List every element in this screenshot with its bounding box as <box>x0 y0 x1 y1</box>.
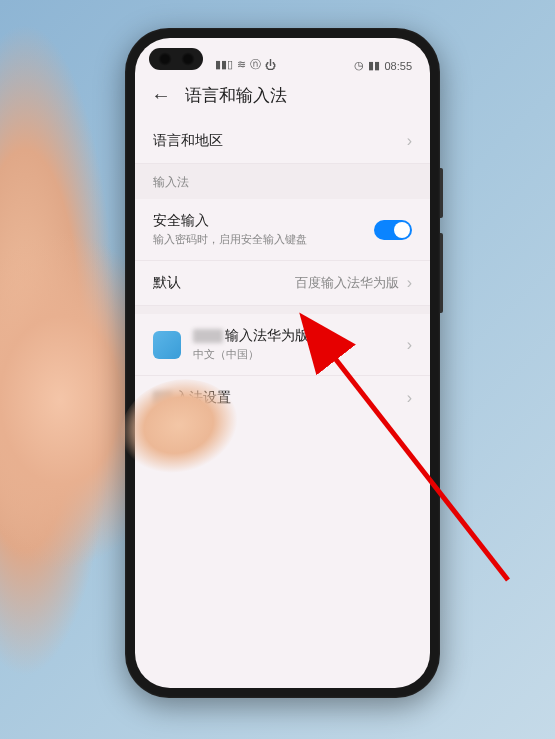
phone-frame: ▮▮▯ ≋ ⓝ ⏻ ◷ ▮▮ 08:55 ← 语言和输入法 语言和地区 › 输入… <box>125 28 440 698</box>
blurred-text <box>193 329 223 343</box>
row-secure-input[interactable]: 安全输入 输入密码时，启用安全输入键盘 <box>135 199 430 261</box>
section-input-method: 输入法 <box>135 164 430 199</box>
more-settings-label: 入法设置 <box>153 389 231 407</box>
blurred-text <box>153 391 173 405</box>
back-icon[interactable]: ← <box>151 84 171 107</box>
ime-app-icon <box>153 331 181 359</box>
phone-power-button <box>440 168 443 218</box>
ime-title: 输入法华为版 <box>193 327 395 345</box>
phone-screen: ▮▮▯ ≋ ⓝ ⏻ ◷ ▮▮ 08:55 ← 语言和输入法 语言和地区 › 输入… <box>135 38 430 688</box>
secure-input-toggle[interactable] <box>374 220 412 240</box>
page-title: 语言和输入法 <box>185 84 287 107</box>
chevron-right-icon: › <box>407 132 412 150</box>
row-language-region[interactable]: 语言和地区 › <box>135 119 430 164</box>
chevron-right-icon: › <box>407 336 412 354</box>
wifi-icon: ≋ <box>237 58 246 71</box>
nfc-icon: ⓝ <box>250 57 261 72</box>
row-more-ime-settings[interactable]: 入法设置 › <box>135 376 430 420</box>
power-icon: ⏻ <box>265 59 276 71</box>
status-time: 08:55 <box>384 60 412 72</box>
ime-subtitle: 中文（中国） <box>193 347 395 362</box>
signal-icon: ▮▮▯ <box>215 58 233 71</box>
chevron-right-icon: › <box>407 389 412 407</box>
camera-cutout <box>149 48 203 70</box>
row-ime-huawei[interactable]: 输入法华为版 中文（中国） › <box>135 314 430 376</box>
phone-volume-button <box>440 233 443 313</box>
page-header: ← 语言和输入法 <box>135 74 430 119</box>
battery-icon: ▮▮ <box>368 59 380 72</box>
row-label: 语言和地区 <box>153 132 223 150</box>
misc-icon: ◷ <box>354 59 364 72</box>
default-label: 默认 <box>153 274 181 292</box>
chevron-right-icon: › <box>407 274 412 292</box>
secure-input-title: 安全输入 <box>153 212 307 230</box>
row-default-ime[interactable]: 默认 百度输入法华为版 › <box>135 261 430 306</box>
secure-input-subtitle: 输入密码时，启用安全输入键盘 <box>153 232 307 247</box>
default-ime-value: 百度输入法华为版 <box>295 274 399 292</box>
